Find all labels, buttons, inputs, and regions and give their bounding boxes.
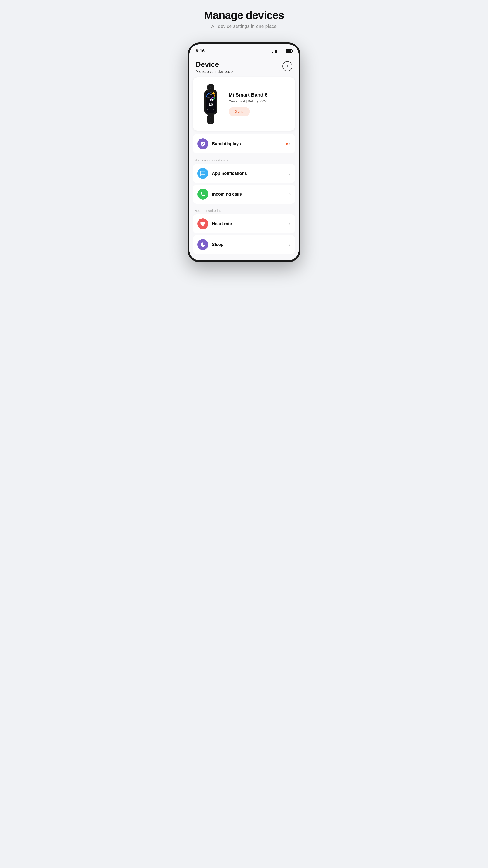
menu-right-incoming-calls: › [289,192,291,197]
section-label: Notifications and calls [193,155,295,164]
svg-rect-0 [207,84,214,91]
status-icons:  ; [272,49,292,53]
menu-label-heart-rate: Heart rate [212,221,286,226]
page-wrapper: Manage devices All device settings in on… [183,9,305,262]
chevron-right-icon: › [289,142,291,146]
phone-content: Device Manage your devices > + [189,56,299,260]
svg-point-15 [210,86,211,87]
svg-point-14 [210,122,211,123]
signal-icon [272,49,277,53]
menu-right-sleep: › [289,242,291,247]
menu-label-band-displays: Band displays [212,141,282,146]
svg-text:MI: MI [207,109,208,110]
menu-label-app-notifications: App notifications [212,171,286,176]
page-subtitle: All device settings in one place [211,24,277,29]
svg-point-18 [202,173,203,174]
device-card: 26° 4/6 周二 上午 08 16 MI ♥ 80 [193,77,295,131]
notification-dot [286,143,288,145]
status-time: 8:16 [196,49,205,54]
svg-point-12 [210,117,211,118]
svg-text:♥: ♥ [210,108,212,110]
svg-text:80: 80 [214,109,215,110]
band-image: 26° 4/6 周二 上午 08 16 MI ♥ 80 [198,84,223,124]
chevron-right-icon: › [289,171,291,176]
menu-item-app-notifications[interactable]: App notifications› [193,164,295,183]
menu-right-app-notifications: › [289,171,291,176]
svg-point-17 [201,173,202,174]
battery-icon [286,49,292,53]
phone-icon [197,189,208,199]
menu-right-band-displays: › [286,142,291,146]
device-header-left: Device Manage your devices > [196,60,233,74]
wifi-icon:  ; [279,49,284,53]
chevron-right-icon: › [289,192,291,197]
menu-item-sleep[interactable]: Sleep› [193,235,295,254]
page-title: Manage devices [204,9,284,22]
chat-icon [197,168,208,179]
device-name: Mi Smart Band 6 [229,92,290,98]
svg-point-13 [210,120,211,121]
svg-point-16 [210,88,211,89]
svg-text:16: 16 [208,102,213,106]
heart-icon [197,218,208,229]
sync-button[interactable]: Sync [229,107,250,116]
menu-label-sleep: Sleep [212,242,286,247]
add-device-button[interactable]: + [283,61,292,71]
menu-section: Band displays›Notifications and callsApp… [189,134,299,254]
chevron-right-icon: › [289,242,291,247]
svg-point-3 [213,92,215,94]
menu-right-heart-rate: › [289,221,291,226]
chevron-right-icon: › [289,221,291,226]
device-section-title: Device [196,60,233,69]
menu-label-incoming-calls: Incoming calls [212,192,286,197]
svg-text:26°: 26° [210,94,212,95]
shield-icon [197,138,208,149]
menu-item-heart-rate[interactable]: Heart rate› [193,214,295,233]
status-bar: 8:16  ; [189,44,299,56]
svg-point-19 [203,173,204,174]
phone-frame: 8:16  ; Devic [188,42,300,262]
manage-devices-link[interactable]: Manage your devices > [196,70,233,74]
device-info: Mi Smart Band 6 Connected | Battery: 60%… [229,92,290,116]
device-header: Device Manage your devices > + [189,56,299,77]
menu-item-incoming-calls[interactable]: Incoming calls› [193,185,295,204]
menu-item-band-displays[interactable]: Band displays› [193,134,295,153]
moon-icon [197,239,208,250]
section-label: Health monitoring [193,206,295,214]
device-status: Connected | Battery: 60% [229,99,290,103]
